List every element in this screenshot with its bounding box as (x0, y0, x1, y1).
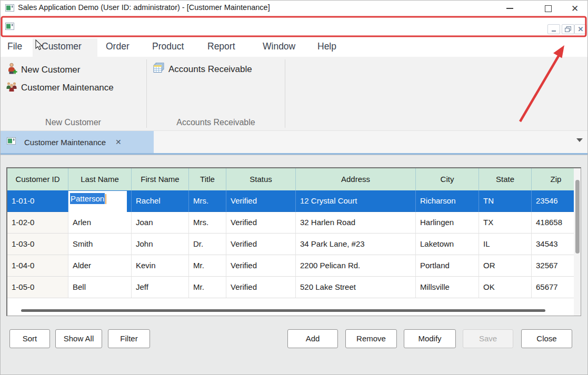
col-header-first-name[interactable]: First Name (132, 168, 189, 190)
horizontal-scrollbar[interactable] (18, 309, 560, 313)
cell[interactable]: OR (479, 255, 532, 277)
window-icon (7, 137, 16, 147)
cell[interactable]: Dr. (189, 234, 226, 255)
cell[interactable]: Bell (68, 277, 132, 298)
cell[interactable]: 1-04-0 (7, 255, 68, 277)
cell[interactable]: IL (479, 234, 532, 255)
cell[interactable]: 1-01-0 (7, 190, 68, 212)
menu-item-product[interactable]: Product (150, 37, 186, 57)
cell[interactable]: Rachel (132, 190, 189, 212)
cell[interactable]: Mrs. (189, 212, 226, 234)
table-row[interactable]: 1-04-0 Alder Kevin Mr. Verified 2200 Pel… (7, 255, 581, 277)
menu-item-customer[interactable]: Customer (39, 37, 84, 57)
table-row[interactable]: 1-03-0 Smith John Dr. Verified 34 Park L… (7, 234, 581, 255)
customer-maintenance-button[interactable]: Customer Maintenance (6, 80, 114, 95)
cell[interactable]: 520 Lake Street (296, 277, 416, 298)
cell[interactable]: John (132, 234, 189, 255)
tab-customer-maintenance[interactable]: Customer Maintenance ✕ (0, 131, 154, 153)
menu-item-report[interactable]: Report (205, 37, 237, 57)
menu-item-help[interactable]: Help (315, 37, 338, 57)
col-header-state[interactable]: State (479, 168, 532, 190)
customer-maintenance-icon (6, 80, 17, 95)
cell[interactable]: Verified (226, 255, 296, 277)
cell[interactable]: Portland (416, 255, 479, 277)
col-header-last-name[interactable]: Last Name (68, 168, 132, 190)
cell[interactable]: Kevin (132, 255, 189, 277)
ribbon-group-accounts-receivable: Accounts Receivable Accounts Receivable (147, 57, 285, 131)
cell[interactable]: 1-03-0 (7, 234, 68, 255)
mdi-restore-icon[interactable] (562, 24, 574, 34)
col-header-status[interactable]: Status (226, 168, 296, 190)
cell[interactable]: 2200 Pelican Rd. (296, 255, 416, 277)
horizontal-scrollbar-thumb[interactable] (21, 309, 545, 312)
cell[interactable]: 1-05-0 (7, 277, 68, 298)
accounts-receivable-label: Accounts Receivable (168, 64, 252, 75)
customer-maintenance-label: Customer Maintenance (21, 83, 114, 93)
close-icon[interactable]: ✕ (567, 2, 583, 15)
table-row[interactable]: 1-02-0 Arlen Joan Mrs. Verified 32 Harle… (7, 212, 581, 234)
cell[interactable]: Joan (132, 212, 189, 234)
cell[interactable]: Richarson (416, 190, 479, 212)
cell[interactable]: Smith (68, 234, 132, 255)
cell[interactable]: Laketown (416, 234, 479, 255)
show-all-button[interactable]: Show All (55, 329, 102, 348)
modify-button[interactable]: Modify (404, 329, 456, 348)
col-header-city[interactable]: City (416, 168, 479, 190)
sort-button[interactable]: Sort (9, 329, 50, 348)
window-title: Sales Application Demo (User ID: adminis… (18, 3, 270, 12)
remove-button[interactable]: Remove (345, 329, 397, 348)
vertical-scrollbar-thumb[interactable] (575, 180, 580, 254)
document-tab-strip: Customer Maintenance ✕ (0, 131, 588, 155)
ribbon-divider (285, 59, 285, 128)
mdi-close-icon[interactable]: ✕ (574, 24, 587, 34)
new-customer-button[interactable]: New Customer (7, 63, 80, 77)
customer-grid: Customer ID Last Name First Name Title S… (6, 167, 581, 316)
cell[interactable]: Arlen (68, 212, 132, 234)
cell-editor[interactable]: Patterson (68, 191, 127, 215)
filter-button[interactable]: Filter (108, 329, 150, 348)
new-customer-label: New Customer (21, 65, 80, 75)
grid-header-row: Customer ID Last Name First Name Title S… (7, 168, 581, 190)
tab-label: Customer Maintenance (24, 138, 106, 147)
cell[interactable]: 12 Crystal Court (296, 190, 416, 212)
cell[interactable]: OK (479, 277, 532, 298)
cell[interactable]: Verified (226, 277, 296, 298)
cell[interactable]: 1-02-0 (7, 212, 68, 234)
close-button[interactable]: Close (521, 329, 572, 348)
cell[interactable]: Jeff (132, 277, 189, 298)
chevron-down-icon[interactable] (576, 138, 583, 142)
cell[interactable]: Verified (226, 234, 296, 255)
app-window-icon (5, 4, 14, 14)
col-header-title[interactable]: Title (189, 168, 226, 190)
main-title-bar: Sales Application Demo (User ID: adminis… (0, 0, 588, 16)
maximize-icon[interactable] (540, 2, 556, 15)
cell[interactable]: Mrs. (189, 190, 226, 212)
mdi-window-icon (5, 23, 14, 32)
mdi-minimize-icon[interactable] (547, 24, 560, 34)
vertical-scrollbar[interactable] (574, 168, 581, 316)
cell[interactable]: Mr. (189, 255, 226, 277)
cell[interactable]: TX (479, 212, 532, 234)
ribbon: New Customer Customer Maintenance New Cu… (0, 57, 588, 131)
new-customer-icon (7, 63, 17, 77)
tab-close-icon[interactable]: ✕ (115, 138, 122, 146)
cell[interactable]: Verified (226, 190, 296, 212)
cell[interactable]: Millsville (416, 277, 479, 298)
cell[interactable]: Alder (68, 255, 132, 277)
cell[interactable]: Mr. (189, 277, 226, 298)
table-row[interactable]: 1-05-0 Bell Jeff Mr. Verified 520 Lake S… (7, 277, 581, 298)
save-button: Save (463, 329, 513, 348)
cell[interactable]: 34 Park Lane, #23 (296, 234, 416, 255)
menu-item-file[interactable]: File (5, 37, 24, 57)
cell[interactable]: Harlingen (416, 212, 479, 234)
menu-item-window[interactable]: Window (261, 37, 297, 57)
col-header-customer-id[interactable]: Customer ID (7, 168, 68, 190)
minimize-icon[interactable] (502, 2, 517, 15)
col-header-address[interactable]: Address (296, 168, 416, 190)
cell[interactable]: Verified (226, 212, 296, 234)
add-button[interactable]: Add (287, 329, 338, 348)
cell[interactable]: 32 Harlen Road (296, 212, 416, 234)
cell[interactable]: TN (479, 190, 532, 212)
menu-item-order[interactable]: Order (104, 37, 132, 57)
accounts-receivable-button[interactable]: Accounts Receivable (153, 63, 252, 76)
